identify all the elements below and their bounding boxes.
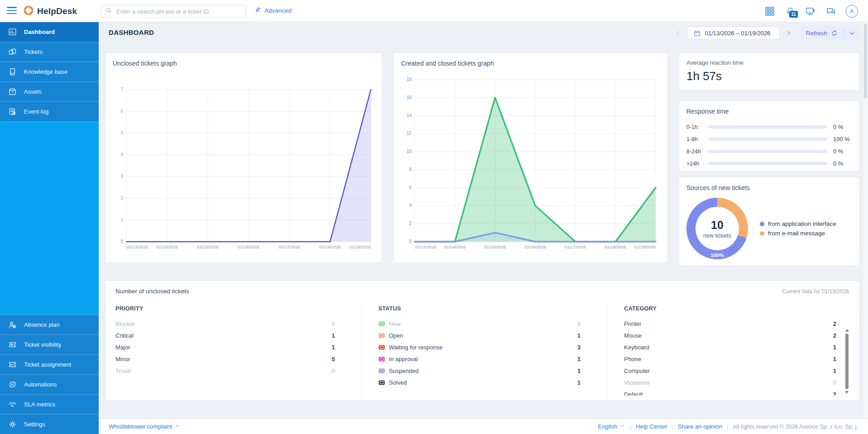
unclosed-tickets-chart: 0123456701/13/202601/14/202601/15/202601…: [112, 68, 374, 260]
topbar: HelpDesk Advanced 11: [0, 0, 868, 22]
chat-icon[interactable]: [825, 5, 837, 17]
row-value: 1: [577, 332, 580, 339]
response-time-row: 8-24h0 %: [686, 145, 852, 157]
sidebar-item-assets[interactable]: Assets: [0, 82, 99, 102]
row-value: 2: [833, 320, 836, 327]
response-time-row: 0-1h0 %: [686, 121, 852, 133]
sidebar-item-event-log[interactable]: Event log: [0, 102, 99, 122]
advanced-search-icon: [254, 6, 262, 15]
ticket-status-icon: [379, 380, 385, 385]
table-row: Major1: [115, 341, 361, 353]
help-center-label: Help Center: [636, 423, 667, 430]
footer-separator: |: [672, 424, 673, 430]
response-time-row: 1-8h100 %: [686, 133, 852, 145]
svg-text:0: 0: [409, 239, 412, 244]
footer-separator: |: [630, 424, 631, 430]
sidebar-item-ticket-visibility[interactable]: Ticket visibility: [0, 334, 99, 354]
response-time-card: Response time 0-1h0 %1-8h100 %8-24h0 %>2…: [679, 100, 859, 172]
page-scrollbar[interactable]: [863, 22, 868, 419]
category-scrollbar-thumb[interactable]: [845, 334, 849, 389]
help-center-link[interactable]: Help Center: [636, 423, 667, 430]
row-value: 0: [833, 379, 836, 386]
row-value: 1: [833, 356, 836, 362]
svg-text:14: 14: [407, 113, 412, 118]
remote-access-icon[interactable]: [805, 5, 816, 17]
column-header: CATEGORY: [624, 305, 853, 312]
scroll-down-icon[interactable]: [845, 391, 849, 394]
ticket-status-icon: [379, 321, 385, 326]
sidebar: DashboardTicketsKnowledge baseAssetsEven…: [0, 22, 99, 434]
row-label: Solved: [389, 379, 577, 386]
hamburger-menu-icon[interactable]: [7, 7, 17, 15]
apps-grid-icon[interactable]: [764, 5, 776, 17]
sidebar-item-sla-metrics[interactable]: SLA metrics: [0, 394, 99, 414]
svg-text:01/16/2026: 01/16/2026: [524, 244, 546, 249]
row-label: Keyboard: [624, 344, 833, 351]
response-bucket-value: 0 %: [827, 124, 852, 130]
date-range-picker[interactable]: 01/13/2026 – 01/19/2026: [687, 26, 780, 40]
avg-reaction-value: 1h 57s: [679, 66, 859, 83]
refresh-options-chevron-icon[interactable]: [844, 26, 859, 40]
share-an-opinion-link[interactable]: Share an opinion: [678, 423, 722, 430]
refresh-button[interactable]: Refresh: [801, 29, 844, 37]
response-time-row: >24h0 %: [686, 157, 852, 170]
row-label: Major: [115, 344, 331, 351]
scroll-up-icon[interactable]: [845, 329, 849, 332]
language-selector[interactable]: English: [598, 423, 626, 430]
sources-of-new-tickets-card: Sources of new tickets 10 new tickets 10…: [679, 177, 859, 266]
svg-text:01/19/2026: 01/19/2026: [634, 244, 656, 249]
row-value: 3: [577, 344, 580, 351]
legend-label: from e-mail message: [768, 230, 825, 237]
pie-body: 10 new tickets 100% from application int…: [679, 191, 859, 259]
sidebar-item-automations[interactable]: Automations: [0, 374, 99, 394]
svg-text:2: 2: [120, 196, 123, 200]
page-title: DASHBOARD: [109, 29, 154, 36]
refresh-icon: [831, 29, 838, 37]
table-row: Keyboard1: [624, 341, 853, 353]
page-scrollbar-thumb[interactable]: [864, 24, 867, 98]
svg-text:12: 12: [407, 131, 412, 136]
sidebar-item-settings[interactable]: Settings: [0, 414, 99, 434]
svg-text:01/14/2026: 01/14/2026: [444, 244, 466, 249]
advanced-search-label: Advanced: [264, 7, 292, 14]
sidebar-item-tickets[interactable]: Tickets: [0, 42, 99, 62]
category-scrollbar[interactable]: [844, 329, 850, 394]
unclosed-tickets-columns: PRIORITYBlocker0Critical1Major1Minor5Tri…: [115, 303, 853, 400]
app-root: HelpDesk Advanced 11: [0, 0, 868, 434]
refresh-group: Refresh: [801, 26, 859, 40]
row-value: 1: [577, 356, 580, 362]
app-title: HelpDesk: [37, 6, 77, 16]
svg-text:18: 18: [407, 77, 412, 82]
card-title: Created and closed tickets graph: [394, 53, 667, 67]
helpdesk-logo-icon: [24, 5, 34, 17]
sidebar-item-knowledge-base[interactable]: Knowledge base: [0, 62, 99, 82]
row-label: Waiting for response: [389, 344, 577, 351]
table-row: Solved1: [379, 377, 607, 388]
response-bucket-value: 0 %: [827, 148, 852, 155]
advanced-search-link[interactable]: Advanced: [254, 6, 292, 15]
unclosed-tickets-card: Unclosed tickets graph 0123456701/13/202…: [105, 52, 382, 263]
user-avatar[interactable]: A: [845, 5, 858, 18]
search-input[interactable]: [116, 8, 241, 15]
table-row: Suspended1: [379, 365, 607, 377]
sources-donut-chart: 10 new tickets 100%: [686, 198, 748, 259]
notifications-bell-icon[interactable]: 11: [784, 5, 796, 17]
next-period-icon[interactable]: [784, 29, 793, 38]
svg-text:6: 6: [409, 185, 412, 190]
legend-dot: [760, 231, 764, 236]
row-value: 0: [331, 367, 335, 374]
sidebar-item-absence-plan[interactable]: Absence plan: [0, 315, 99, 334]
sidebar-item-ticket-assignment[interactable]: Ticket assignment: [0, 354, 99, 374]
sidebar-item-dashboard[interactable]: Dashboard: [0, 22, 99, 42]
date-range-value: 01/13/2026 – 01/19/2026: [705, 30, 771, 37]
column-category: CATEGORYPrinter2Mouse2Keyboard1Phone1Com…: [607, 303, 853, 400]
svg-text:4: 4: [120, 152, 123, 157]
legend-item: from application interface: [760, 220, 836, 227]
previous-period-icon[interactable]: [674, 29, 683, 38]
refresh-label: Refresh: [806, 30, 827, 37]
svg-text:01/19/2026: 01/19/2026: [349, 244, 371, 249]
row-value: 5: [331, 356, 335, 362]
whistleblower-complaint-link[interactable]: Whistleblower complaint: [109, 423, 180, 430]
event-log-icon: [8, 107, 17, 116]
sidebar-top-group: DashboardTicketsKnowledge baseAssetsEven…: [0, 22, 99, 122]
